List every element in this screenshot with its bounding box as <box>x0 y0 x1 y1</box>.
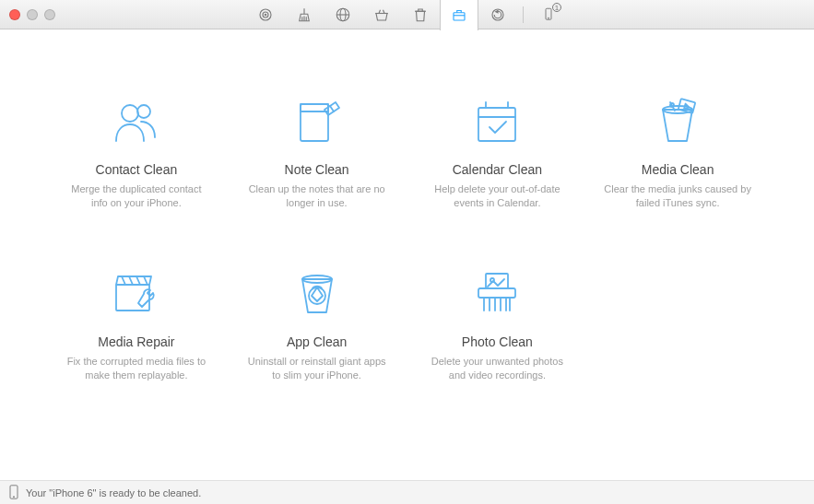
svg-rect-18 <box>116 285 149 311</box>
device-badge: 1 <box>552 3 561 12</box>
toolbar-broom-icon[interactable] <box>285 0 324 29</box>
minimize-window-button[interactable] <box>27 9 38 20</box>
card-desc: Clean up the notes that are no longer in… <box>236 182 398 211</box>
card-title: Photo Clean <box>417 334 579 349</box>
svg-point-1 <box>263 12 268 18</box>
status-text: Your "iPhone 6" is ready to be cleaned. <box>26 487 201 498</box>
top-toolbar: 1 <box>55 0 759 29</box>
toolbar-refresh-icon[interactable] <box>478 0 517 29</box>
calendar-clean-card[interactable]: Calendar Clean Help delete your out-of-d… <box>417 94 579 211</box>
card-desc: Clear the media junks caused by failed i… <box>596 182 759 211</box>
main-content: Contact Clean Merge the duplicated conta… <box>0 29 814 480</box>
card-title: Media Repair <box>55 334 218 349</box>
card-desc: Merge the duplicated contact info on you… <box>55 182 218 211</box>
zoom-window-button[interactable] <box>44 9 55 20</box>
toolbar-toolbox-icon[interactable] <box>440 0 478 30</box>
app-trash-icon <box>236 266 398 322</box>
card-title: Media Clean <box>596 162 759 177</box>
svg-point-25 <box>13 496 14 497</box>
contact-clean-card[interactable]: Contact Clean Merge the duplicated conta… <box>55 94 218 211</box>
svg-point-8 <box>548 18 549 18</box>
toolbar-trash-icon[interactable] <box>401 0 440 29</box>
contacts-icon <box>55 94 218 149</box>
toolbar-device-icon[interactable]: 1 <box>529 0 568 29</box>
svg-rect-23 <box>478 288 515 298</box>
card-title: Calendar Clean <box>417 162 579 177</box>
titlebar: 1 <box>0 0 814 29</box>
calendar-icon <box>417 94 579 149</box>
app-clean-card[interactable]: App Clean Uninstall or reinstall giant a… <box>236 266 398 383</box>
svg-point-9 <box>122 105 138 122</box>
toolbar-globe-icon[interactable] <box>324 0 362 29</box>
card-desc: Delete your unwanted photos and video re… <box>417 355 579 383</box>
media-bucket-icon <box>596 94 759 149</box>
card-desc: Fix the corrupted media files to make th… <box>55 355 218 383</box>
card-title: App Clean <box>236 334 398 349</box>
clapperboard-wrench-icon <box>55 266 218 322</box>
photo-clean-card[interactable]: Photo Clean Delete your unwanted photos … <box>417 266 579 383</box>
statusbar: Your "iPhone 6" is ready to be cleaned. <box>0 480 814 504</box>
media-clean-card[interactable]: Media Clean Clear the media junks caused… <box>596 94 759 211</box>
feature-grid: Contact Clean Merge the duplicated conta… <box>55 94 759 383</box>
card-title: Note Clean <box>236 162 398 177</box>
note-clean-card[interactable]: Note Clean Clean up the notes that are n… <box>236 94 398 211</box>
svg-rect-5 <box>454 13 465 20</box>
close-window-button[interactable] <box>9 9 20 20</box>
note-eraser-icon <box>236 94 398 149</box>
card-desc: Help delete your out-of-date events in C… <box>417 182 579 211</box>
toolbar-target-icon[interactable] <box>246 0 285 29</box>
toolbar-separator <box>523 6 524 23</box>
svg-point-0 <box>260 9 271 20</box>
media-repair-card[interactable]: Media Repair Fix the corrupted media fil… <box>55 266 218 383</box>
phone-icon <box>9 485 26 501</box>
card-desc: Uninstall or reinstall giant apps to sli… <box>236 355 398 383</box>
svg-rect-13 <box>478 108 515 141</box>
card-title: Contact Clean <box>55 162 218 177</box>
shredder-icon <box>417 266 579 322</box>
window-controls <box>9 9 55 20</box>
svg-point-2 <box>265 14 266 16</box>
svg-point-10 <box>137 105 150 118</box>
toolbar-basket-icon[interactable] <box>362 0 401 29</box>
